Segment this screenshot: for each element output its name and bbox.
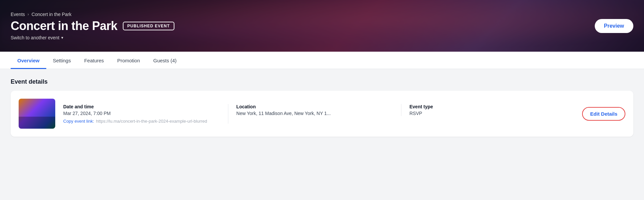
switch-event-button[interactable]: Switch to another event ▾ <box>11 35 174 40</box>
event-title: Concert in the Park <box>11 19 117 33</box>
breadcrumb-separator: › <box>28 12 29 17</box>
location-value: New York, 11 Madison Ave, New York, NY 1… <box>236 111 393 116</box>
tab-guests[interactable]: Guests (4) <box>147 53 183 69</box>
detail-col-location: Location New York, 11 Madison Ave, New Y… <box>236 104 401 116</box>
tabs-bar: Overview Settings Features Promotion Gue… <box>0 52 644 69</box>
copy-link-row: Copy event link: https://lu.ma/concert-i… <box>63 119 220 124</box>
copy-link-button[interactable]: Copy event link: <box>63 119 94 124</box>
event-type-label: Event type <box>409 104 566 109</box>
event-type-value: RSVP <box>409 111 566 116</box>
date-value: Mar 27, 2024, 7:00 PM <box>63 111 220 116</box>
chevron-down-icon: ▾ <box>61 35 63 40</box>
tab-settings[interactable]: Settings <box>46 53 78 69</box>
edit-details-button[interactable]: Edit Details <box>582 107 625 121</box>
location-label: Location <box>236 104 393 109</box>
switch-event-label: Switch to another event <box>11 35 59 40</box>
tab-features[interactable]: Features <box>78 53 110 69</box>
detail-col-date: Date and time Mar 27, 2024, 7:00 PM Copy… <box>63 104 228 124</box>
preview-button[interactable]: Preview <box>595 19 633 33</box>
date-label: Date and time <box>63 104 220 109</box>
breadcrumb-current: Concert in the Park <box>32 12 72 17</box>
event-details-section-title: Event details <box>11 78 633 85</box>
event-details-info: Date and time Mar 27, 2024, 7:00 PM Copy… <box>63 104 574 124</box>
published-badge: PUBLISHED EVENT <box>123 22 175 30</box>
tab-overview[interactable]: Overview <box>11 53 46 69</box>
breadcrumb: Events › Concert in the Park <box>11 12 174 17</box>
detail-col-event-type: Event type RSVP <box>409 104 574 116</box>
breadcrumb-root[interactable]: Events <box>11 12 25 17</box>
hero-banner: Events › Concert in the Park Concert in … <box>0 0 644 52</box>
event-thumbnail <box>19 99 55 129</box>
event-title-row: Concert in the Park PUBLISHED EVENT <box>11 19 174 33</box>
main-content: Event details Date and time Mar 27, 2024… <box>0 69 644 146</box>
copy-link-url: https://lu.ma/concert-in-the-park-2024-e… <box>96 119 207 124</box>
tab-promotion[interactable]: Promotion <box>110 53 146 69</box>
event-details-card: Date and time Mar 27, 2024, 7:00 PM Copy… <box>11 91 633 137</box>
